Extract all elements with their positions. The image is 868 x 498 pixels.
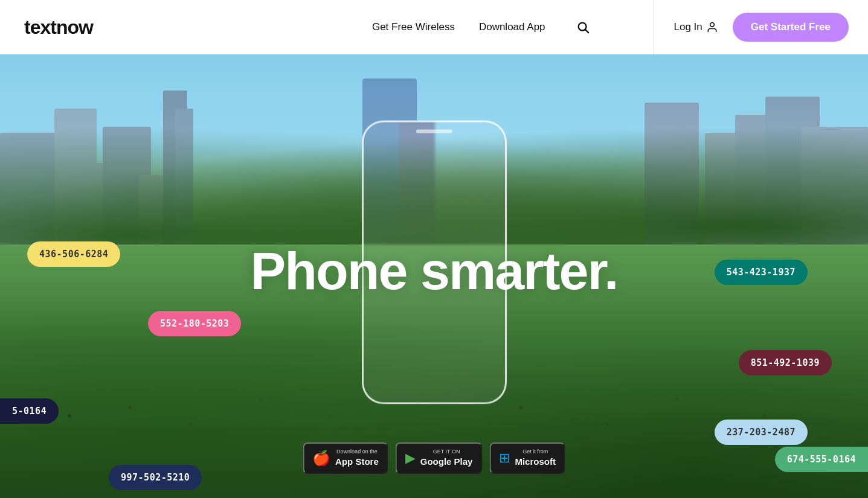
google-play-badge[interactable]: ▶ GET IT ON Google Play bbox=[396, 442, 483, 474]
microsoft-badge-text: Get it from Microsoft bbox=[515, 449, 556, 467]
nav-left: textnow bbox=[0, 16, 314, 39]
nav-link-free-wireless[interactable]: Get Free Wireless bbox=[372, 21, 455, 33]
phone-notch bbox=[416, 129, 452, 133]
phone-pill-2[interactable]: 552-180-5203 bbox=[148, 311, 241, 336]
apple-store-badge[interactable]: 🍎 Download on the App Store bbox=[303, 442, 388, 474]
nav-center: Get Free Wireless Download App bbox=[314, 14, 654, 40]
phone-pill-6[interactable]: 674-555-0164 bbox=[775, 447, 868, 472]
get-started-button[interactable]: Get Started Free bbox=[733, 13, 849, 42]
phone-pill-5[interactable]: 237-203-2487 bbox=[715, 420, 808, 445]
phone-pill-7[interactable]: 5-0164 bbox=[0, 398, 59, 424]
search-icon bbox=[576, 21, 590, 34]
login-button[interactable]: Log In bbox=[674, 21, 718, 33]
phone-pill-8[interactable]: 997-502-5210 bbox=[109, 465, 202, 490]
hero-headline: Phone smarter. bbox=[251, 244, 618, 298]
apple-badge-text: Download on the App Store bbox=[335, 449, 379, 467]
app-badges: 🍎 Download on the App Store ▶ GET IT ON … bbox=[303, 442, 565, 474]
hero-section: Phone smarter. 436-506-6284 552-180-5203… bbox=[0, 54, 868, 498]
nav-right: Log In Get Started Free bbox=[654, 13, 868, 42]
search-button[interactable] bbox=[570, 14, 596, 40]
phone-pill-4[interactable]: 851-492-1039 bbox=[739, 350, 832, 375]
google-badge-text: GET IT ON Google Play bbox=[420, 449, 473, 467]
logo[interactable]: textnow bbox=[24, 16, 93, 39]
nav-link-download-app[interactable]: Download App bbox=[479, 21, 545, 33]
microsoft-icon: ⊞ bbox=[499, 450, 510, 466]
phone-pill-3[interactable]: 543-423-1937 bbox=[715, 260, 808, 285]
user-icon bbox=[706, 21, 718, 33]
google-play-icon: ▶ bbox=[405, 450, 416, 466]
phone-pill-1[interactable]: 436-506-6284 bbox=[27, 241, 120, 267]
svg-line-1 bbox=[585, 30, 588, 33]
navbar: textnow Get Free Wireless Download App L… bbox=[0, 0, 868, 54]
svg-point-2 bbox=[710, 23, 714, 27]
apple-icon: 🍎 bbox=[312, 450, 330, 467]
microsoft-store-badge[interactable]: ⊞ Get it from Microsoft bbox=[489, 442, 565, 474]
